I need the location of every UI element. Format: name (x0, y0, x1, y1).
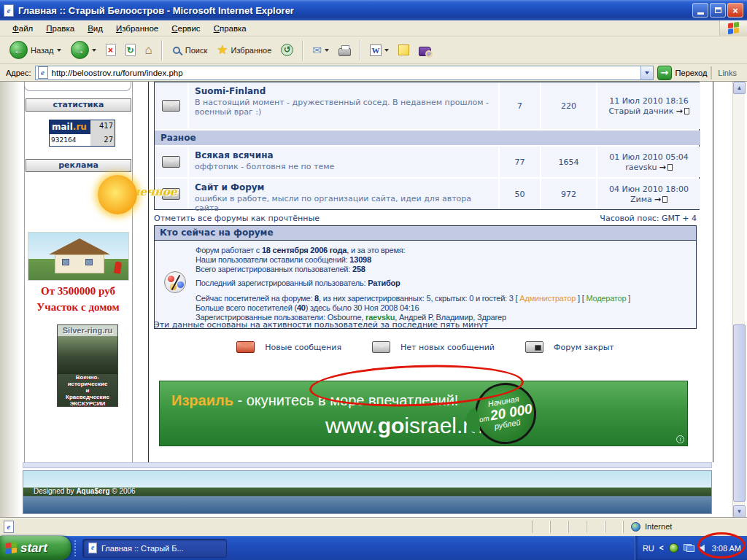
forum-row-icon-cell (155, 82, 187, 129)
back-dropdown-icon[interactable] (57, 49, 61, 52)
go-label[interactable]: Переход (676, 69, 708, 77)
ads-header: реклама (26, 159, 131, 172)
latest-post-icon[interactable] (662, 196, 667, 203)
last-post-author[interactable]: Старый дачник (608, 106, 673, 116)
address-url[interactable]: http://beloostrov.ru/forum/index.php (52, 69, 637, 77)
ie-icon: e (4, 4, 14, 17)
scroll-down-button[interactable]: ▼ (733, 505, 746, 518)
discuss-button[interactable] (395, 43, 413, 57)
favorites-button[interactable]: ★ Избранное (213, 43, 275, 58)
goto-post-arrow-icon[interactable]: → (676, 106, 682, 116)
menu-tools[interactable]: Сервис (165, 22, 206, 35)
home-icon: ⌂ (145, 44, 152, 56)
history-button[interactable]: ↺ (277, 42, 297, 58)
mailru-counter[interactable]: mail.ru 417 932164 27 (49, 120, 115, 147)
history-icon: ↺ (281, 44, 293, 56)
page-icon: e (4, 521, 14, 533)
close-button[interactable]: × (727, 3, 743, 18)
task-label: Главная :: Старый Б... (101, 544, 184, 553)
goisrael-banner[interactable]: Израиль - окунитесь в море впечатлений! … (159, 381, 688, 446)
page-icon: e (38, 66, 48, 79)
antivirus-tray-icon[interactable] (669, 543, 678, 553)
silver-ring-ad[interactable]: Silver-ring.ru Военно-исторические и Кра… (57, 324, 118, 407)
forum-description: оффтопик - болтовня не по теме (195, 162, 492, 171)
menu-help[interactable]: Справка (207, 22, 253, 35)
address-dropdown-button[interactable] (640, 66, 653, 79)
research-button[interactable] (415, 43, 435, 58)
menu-edit[interactable]: Правка (39, 22, 81, 35)
latest-post-icon[interactable] (667, 164, 673, 171)
chevron-down-icon (645, 71, 649, 74)
windows-flag-icon (6, 542, 17, 554)
last-post-date: 04 Июн 2010 18:00 (609, 184, 689, 194)
refresh-button[interactable]: ↻ (122, 42, 139, 58)
forward-button[interactable]: → (67, 39, 100, 61)
window-title: Главная :: Старый Белоостров - Microsoft… (18, 5, 691, 16)
tray-chevron-icon[interactable]: < (659, 544, 664, 552)
menu-favorites[interactable]: Избранное (109, 22, 165, 35)
no-new-posts-icon (162, 156, 180, 168)
back-label: Назад (31, 46, 54, 55)
last-post-author[interactable]: raevsku (625, 163, 657, 172)
forum-description: ошибки в работе, мысли по организации са… (195, 194, 492, 213)
taskbar-window-button[interactable]: e Главная :: Старый Б... (82, 539, 227, 558)
status-cell (605, 521, 623, 533)
status-cell (568, 521, 587, 533)
ad-price-line: От 3500000 руб (24, 285, 132, 298)
address-input[interactable]: e http://beloostrov.ru/forum/index.php (35, 66, 654, 80)
whos-online-icon (164, 271, 186, 293)
forum-link[interactable]: Сайт и Форум (195, 182, 492, 192)
back-button[interactable]: ← Назад (6, 39, 65, 61)
scrollbar-thumb[interactable] (733, 324, 746, 502)
goto-post-arrow-icon[interactable]: → (659, 163, 666, 172)
mail-button[interactable]: ✉ (309, 43, 333, 57)
forward-dropdown-icon[interactable] (92, 49, 96, 52)
note-icon (398, 44, 409, 55)
moderator-link[interactable]: Модератор (586, 294, 626, 303)
restore-button[interactable] (710, 3, 726, 18)
latest-post-icon[interactable] (684, 108, 689, 114)
search-button[interactable]: Поиск (168, 44, 211, 57)
address-bar: Адрес: e http://beloostrov.ru/forum/inde… (0, 64, 747, 82)
home-button[interactable]: ⌂ (142, 42, 156, 58)
goto-post-arrow-icon[interactable]: → (654, 195, 661, 204)
administrator-link[interactable]: Администратор (519, 294, 576, 303)
volume-tray-icon[interactable] (700, 545, 707, 552)
forward-icon: → (71, 41, 89, 59)
stop-button[interactable]: × (102, 42, 120, 58)
scroll-up-button[interactable]: ▲ (733, 82, 746, 94)
print-button[interactable] (335, 43, 355, 58)
forum-link[interactable]: Suomi-Finland (195, 86, 492, 96)
edit-word-button[interactable]: W (366, 43, 392, 58)
ad-info-icon[interactable]: i (676, 435, 684, 443)
topics-count: 77 (500, 147, 540, 177)
network-tray-icon[interactable] (684, 544, 694, 552)
status-main-cell: e (0, 521, 532, 533)
forum-section-header[interactable]: Разное (155, 131, 700, 145)
menu-file[interactable]: Файл (6, 22, 39, 35)
page-left-gutter (0, 82, 23, 518)
silver-ring-title: Silver-ring.ru (58, 325, 117, 336)
refresh-icon: ↻ (125, 44, 136, 56)
last-post-author[interactable]: Zима (630, 195, 652, 204)
back-icon: ← (9, 41, 28, 59)
sun-house-ad[interactable]: Солнечное (26, 175, 131, 284)
word-dropdown-icon[interactable] (384, 49, 389, 52)
start-button[interactable]: start (0, 536, 71, 560)
forum-link[interactable]: Всякая всячина (195, 150, 492, 160)
go-button[interactable]: → (657, 66, 672, 80)
mail-dropdown-icon[interactable] (325, 49, 329, 52)
toolbar-separator (360, 40, 361, 61)
security-zone: Internet (623, 521, 747, 533)
vertical-scrollbar[interactable]: ▲ ▼ (732, 82, 745, 518)
menu-view[interactable]: Вид (81, 22, 109, 35)
forum-since-line: Форум работает с 18 сентября 2006 года, … (196, 246, 690, 255)
whos-online-box: Кто сейчас на форуме Форум работает с 18… (154, 225, 697, 329)
system-tray: RU < 3:08 AM (635, 536, 747, 560)
word-icon: W (370, 44, 382, 56)
status-cell (550, 521, 568, 533)
banner-tagline: Израиль - окунитесь в море впечатлений! (171, 392, 458, 409)
minimize-button[interactable] (692, 3, 708, 18)
links-bar[interactable]: Links (711, 66, 744, 79)
language-indicator[interactable]: RU (643, 544, 654, 553)
